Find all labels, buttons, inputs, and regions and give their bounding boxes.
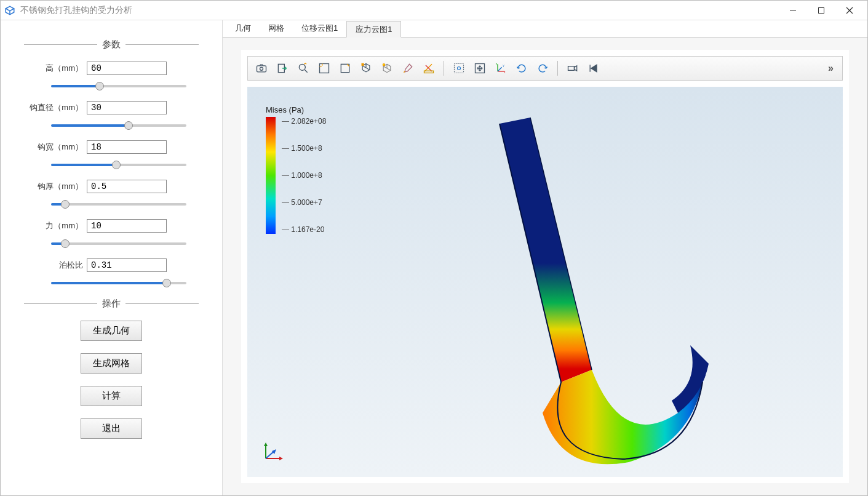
generate-geometry-button[interactable]: 生成几何 — [81, 321, 142, 341]
param-slider-width[interactable] — [51, 164, 186, 166]
tab-stress[interactable]: 应力云图1 — [346, 21, 401, 38]
measure-icon[interactable] — [420, 60, 437, 77]
actions-section-title: 操作 — [19, 298, 204, 310]
tab-displacement[interactable]: 位移云图1 — [293, 20, 346, 37]
svg-rect-19 — [568, 66, 575, 71]
svg-text:z: z — [496, 62, 498, 66]
exit-button[interactable]: 退出 — [81, 418, 142, 439]
param-label-diameter: 钩直径（mm） — [19, 102, 87, 113]
param-input-height[interactable] — [87, 62, 167, 75]
param-slider-diameter[interactable] — [51, 124, 186, 127]
param-input-thick[interactable] — [87, 180, 167, 193]
svg-text:x: x — [504, 70, 506, 74]
window-controls — [779, 1, 864, 20]
svg-rect-10 — [362, 63, 364, 66]
fem-result-model — [358, 111, 739, 477]
legend-tick: 5.000e+7 — [282, 198, 326, 207]
canvas-panel: zyx » Mises (Pa) — [241, 50, 849, 483]
param-label-height: 高（mm） — [19, 63, 87, 74]
app-icon — [4, 5, 15, 16]
generate-mesh-button[interactable]: 生成网格 — [81, 353, 142, 374]
axis-triad-icon — [260, 440, 284, 465]
window-title: 不锈钢免打孔挂钩的受力分析 — [20, 5, 779, 16]
svg-point-7 — [299, 64, 305, 70]
tabs-bar: 几何 网格 位移云图1 应力云图1 — [223, 20, 867, 38]
maximize-button[interactable] — [807, 1, 835, 20]
param-input-width[interactable] — [87, 140, 167, 154]
param-label-width: 钩宽（mm） — [19, 142, 87, 153]
svg-marker-24 — [279, 457, 283, 460]
box-view-icon[interactable] — [336, 60, 354, 77]
param-slider-poisson[interactable] — [51, 282, 186, 284]
svg-point-11 — [383, 64, 384, 66]
param-label-thick: 钩厚（mm） — [19, 181, 87, 192]
svg-rect-12 — [424, 71, 434, 73]
titlebar: 不锈钢免打孔挂钩的受力分析 — [1, 1, 867, 20]
rewind-icon[interactable] — [585, 60, 602, 77]
legend-tick: 2.082e+08 — [282, 117, 326, 126]
viewport-toolbar: zyx » — [247, 56, 843, 81]
param-slider-height[interactable] — [51, 85, 186, 87]
minimize-button[interactable] — [779, 1, 807, 20]
legend-tick: 1.500e+8 — [282, 144, 326, 153]
screenshot-icon[interactable] — [253, 60, 270, 77]
tab-mesh[interactable]: 网格 — [260, 20, 293, 37]
legend-title: Mises (Pa) — [266, 105, 326, 114]
params-section-title: 参数 — [19, 39, 204, 50]
param-slider-thick[interactable] — [51, 203, 186, 206]
legend-tick: 1.167e-20 — [282, 225, 326, 234]
iso-cube-icon[interactable] — [357, 60, 375, 77]
rotate-cw-icon[interactable] — [513, 60, 530, 77]
param-input-poisson[interactable] — [87, 258, 167, 272]
compute-button[interactable]: 计算 — [81, 386, 142, 406]
close-button[interactable] — [835, 1, 864, 20]
svg-point-5 — [260, 67, 263, 70]
param-input-diameter[interactable] — [87, 101, 167, 114]
svg-text:y: y — [503, 63, 504, 67]
param-slider-force[interactable] — [51, 242, 186, 245]
select-area-icon[interactable] — [450, 60, 468, 77]
brush-icon[interactable] — [399, 60, 416, 77]
viewport-3d[interactable]: Mises (Pa) 2.082e+08 1.500e+8 1.000e+8 5… — [247, 87, 843, 477]
export-icon[interactable] — [274, 60, 291, 77]
param-label-force: 力（mm） — [19, 220, 87, 231]
pan-icon[interactable] — [471, 60, 488, 77]
legend-colorbar — [266, 117, 276, 234]
param-input-force[interactable] — [87, 219, 167, 233]
param-label-poisson: 泊松比 — [19, 260, 87, 271]
legend-tick: 1.000e+8 — [282, 171, 326, 180]
toolbar-overflow[interactable]: » — [824, 63, 837, 74]
axes-icon[interactable]: zyx — [492, 60, 509, 77]
shade-cube-icon[interactable] — [378, 60, 396, 77]
app-window: 不锈钢免打孔挂钩的受力分析 参数 高（mm） 钩直径（mm） — [0, 0, 868, 496]
svg-rect-8 — [320, 64, 329, 73]
zoom-icon[interactable] — [295, 60, 312, 77]
svg-rect-13 — [455, 64, 464, 73]
toolbar-separator — [444, 61, 444, 76]
toolbar-separator — [557, 61, 558, 76]
svg-rect-4 — [257, 66, 266, 72]
main-area: 几何 网格 位移云图1 应力云图1 — [222, 20, 867, 495]
svg-marker-22 — [264, 442, 268, 446]
svg-point-14 — [458, 67, 461, 70]
sidebar: 参数 高（mm） 钩直径（mm） 钩宽（mm） 钩厚（mm） — [1, 20, 222, 495]
rotate-ccw-icon[interactable] — [534, 60, 551, 77]
tab-geometry[interactable]: 几何 — [226, 20, 260, 37]
svg-rect-1 — [819, 7, 824, 13]
color-legend: Mises (Pa) 2.082e+08 1.500e+8 1.000e+8 5… — [266, 105, 326, 234]
camera-view-icon[interactable] — [564, 60, 581, 77]
legend-ticks: 2.082e+08 1.500e+8 1.000e+8 5.000e+7 1.1… — [282, 117, 326, 234]
fit-view-icon[interactable] — [316, 60, 333, 77]
